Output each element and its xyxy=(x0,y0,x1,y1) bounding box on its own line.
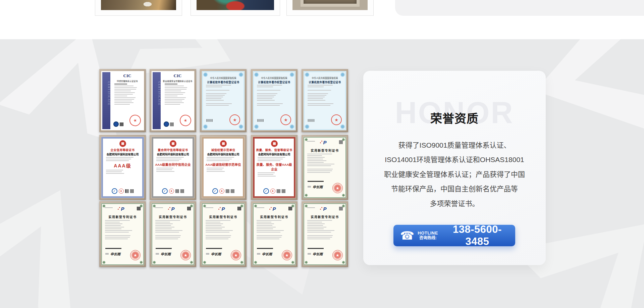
certificate-credit-9[interactable]: 质量、服务、信誉等级证书 合肥珂玛环保科技有限公司 质量、服务、信誉AAA级企业… xyxy=(251,135,298,200)
company-name: 合肥珂玛环保科技有限公司 xyxy=(204,152,243,156)
certificate-number-placeholder xyxy=(105,207,113,208)
text-line-placeholder xyxy=(206,237,230,238)
text-line-placeholder xyxy=(258,160,280,161)
text-line-placeholder xyxy=(206,85,231,86)
certificate-copyright-5[interactable]: 中华人民共和国国家版权局 计算机软件著作权登记证书 ★ xyxy=(302,69,348,132)
text-line-placeholder xyxy=(114,87,137,88)
qr-code xyxy=(226,189,229,193)
hotline-number: 138-5600-3485 xyxy=(441,223,513,248)
text-line-placeholder xyxy=(106,160,129,161)
text-line-placeholder xyxy=(307,155,322,156)
certificate-patent-12[interactable]: P 实用新型专利证书 申长雨 ★ xyxy=(150,201,196,267)
certificate-cic-1[interactable]: CERTIFICATE CIC 环境管理体系认证证书 ★ xyxy=(99,69,146,132)
corner-ornament xyxy=(342,194,345,197)
text-line-placeholder xyxy=(105,225,121,226)
certificate-paper: CERTIFICATE CIC 环境管理体系认证证书 ★ xyxy=(101,71,144,130)
text-line-placeholder xyxy=(308,93,328,94)
certificate-header: P xyxy=(304,206,345,214)
corner-ornament xyxy=(289,72,294,77)
certificate-patent-10[interactable]: P 实用新型专利证书 申长雨 ★ xyxy=(302,135,348,200)
text-line-placeholder xyxy=(106,173,124,174)
credit-badge-icon: ✓ xyxy=(212,188,218,194)
certificate-credit-6[interactable]: 企业信用等级证书 合肥珂玛环保科技有限公司 AAA级 ✓ ★ xyxy=(99,135,146,200)
honor-section: CERTIFICATE CIC 环境管理体系认证证书 ★ CERTIFICATE… xyxy=(0,39,644,308)
text-line-placeholder xyxy=(307,162,324,163)
project-photo-card[interactable] xyxy=(95,0,182,16)
hotline-button[interactable]: ☎ HOTLINE 咨询热线: 138-5600-3485 xyxy=(393,225,515,246)
certificate-paper: 中华人民共和国国家版权局 计算机软件著作权登记证书 ★ xyxy=(202,71,245,130)
company-name: 合肥珂玛环保科技有限公司 xyxy=(153,152,193,156)
text-line-placeholder xyxy=(155,228,172,229)
corner-ornament xyxy=(340,124,345,129)
corner-ornament xyxy=(305,261,308,264)
black-bar xyxy=(156,248,172,249)
text-line-placeholder xyxy=(206,93,226,94)
text-line-placeholder xyxy=(105,228,121,229)
certificate-title: 质量、服务、信誉等级证书 xyxy=(255,148,294,152)
certificate-credit-7[interactable]: 重合同守信用等级证书 合肥珂玛环保科技有限公司 AAA级重合同守信用企业 ✓ ★ xyxy=(150,135,196,200)
certificate-credit-8[interactable]: 诚信经营示范单位 合肥珂玛环保科技有限公司 AAA级诚信经营示范单位 ✓ ★ xyxy=(200,135,247,200)
black-bar xyxy=(105,248,121,249)
corner-ornament xyxy=(190,261,193,264)
text-line-placeholder xyxy=(156,169,172,170)
project-photo-card[interactable] xyxy=(286,0,374,16)
text-line-placeholder xyxy=(165,86,184,86)
text-line-placeholder xyxy=(307,239,330,239)
certificate-badges xyxy=(164,121,174,127)
certificate-patent-11[interactable]: P 实用新型专利证书 申长雨 ★ xyxy=(99,201,146,267)
signature-row: 申长雨 xyxy=(308,184,323,189)
corner-ornament xyxy=(254,124,259,129)
text-line-placeholder xyxy=(257,87,273,87)
certificate-title: 实用新型专利证书 xyxy=(304,215,345,219)
corner-ornament xyxy=(153,261,156,264)
company-name: 合肥珂玛环保科技有限公司 xyxy=(255,152,294,156)
certificate-title: 企业信用等级证书 xyxy=(103,148,142,152)
text-line-placeholder xyxy=(165,89,186,90)
text-line-placeholder xyxy=(206,100,224,101)
text-line-placeholder xyxy=(207,171,225,172)
signature-row: 申长雨 xyxy=(308,251,323,256)
signature-label-placeholder xyxy=(156,253,159,255)
certificate-patent-14[interactable]: P 实用新型专利证书 申长雨 ★ xyxy=(251,201,298,267)
red-emblem-icon xyxy=(119,140,126,147)
text-line-placeholder xyxy=(257,228,273,229)
qr-code xyxy=(130,189,134,193)
certificate-paper: 中华人民共和国国家版权局 计算机软件著作权登记证书 ★ xyxy=(253,71,296,130)
text-line-placeholder xyxy=(165,87,187,88)
text-line-placeholder xyxy=(307,172,330,173)
certificate-header: P xyxy=(102,206,143,214)
description-line: ISO14001环境管理体系认证和OHSAS18001 xyxy=(370,152,539,167)
text-line-placeholder xyxy=(206,103,232,104)
text-line-placeholder xyxy=(207,159,232,159)
text-line-placeholder xyxy=(156,160,179,161)
project-photo-card[interactable] xyxy=(191,0,280,16)
certificate-paper: 诚信经营示范单位 合肥珂玛环保科技有限公司 AAA级诚信经营示范单位 ✓ ★ xyxy=(202,137,245,198)
credit-badge-icon: ✓ xyxy=(263,188,269,194)
corner-ornament xyxy=(102,261,106,264)
text-line-placeholder xyxy=(155,225,171,226)
text-line-placeholder xyxy=(165,96,177,96)
certificate-paper: 质量、服务、信誉等级证书 合肥珂玛环保科技有限公司 质量、服务、信誉AAA级企业… xyxy=(253,137,296,198)
certificate-patent-15[interactable]: P 实用新型专利证书 申长雨 ★ xyxy=(302,201,348,267)
corner-ornament xyxy=(289,124,294,129)
red-seal: ★ xyxy=(130,250,141,260)
certificate-copyright-3[interactable]: 中华人民共和国国家版权局 计算机软件著作权登记证书 ★ xyxy=(200,69,247,132)
corner-ornament xyxy=(254,72,259,77)
text-line-placeholder xyxy=(308,90,331,91)
certificate-paper: 企业信用等级证书 合肥珂玛环保科技有限公司 AAA级 ✓ ★ xyxy=(101,137,144,198)
text-line-placeholder xyxy=(206,232,229,233)
certificate-patent-13[interactable]: P 实用新型专利证书 申长雨 ★ xyxy=(200,201,247,267)
text-line-placeholder xyxy=(207,168,224,168)
text-line-placeholder xyxy=(165,92,185,93)
signature: 申长雨 xyxy=(161,251,171,256)
signature-label-placeholder xyxy=(308,186,311,188)
certificate-paper: CERTIFICATE CIC 职业健康安全管理体系认证证书 ★ xyxy=(152,71,194,130)
certificate-copyright-4[interactable]: 中华人民共和国国家版权局 计算机软件著作权登记证书 ★ xyxy=(251,69,298,132)
certificate-badges: ✓ ★ xyxy=(153,188,193,194)
red-seal: ★ xyxy=(179,114,192,127)
hotline-label-zh: 咨询热线: xyxy=(418,236,438,241)
corner-ornament xyxy=(203,124,208,129)
red-seal: ★ xyxy=(332,183,343,193)
certificate-cic-2[interactable]: CERTIFICATE CIC 职业健康安全管理体系认证证书 ★ xyxy=(150,69,196,132)
text-line-placeholder xyxy=(206,239,228,239)
